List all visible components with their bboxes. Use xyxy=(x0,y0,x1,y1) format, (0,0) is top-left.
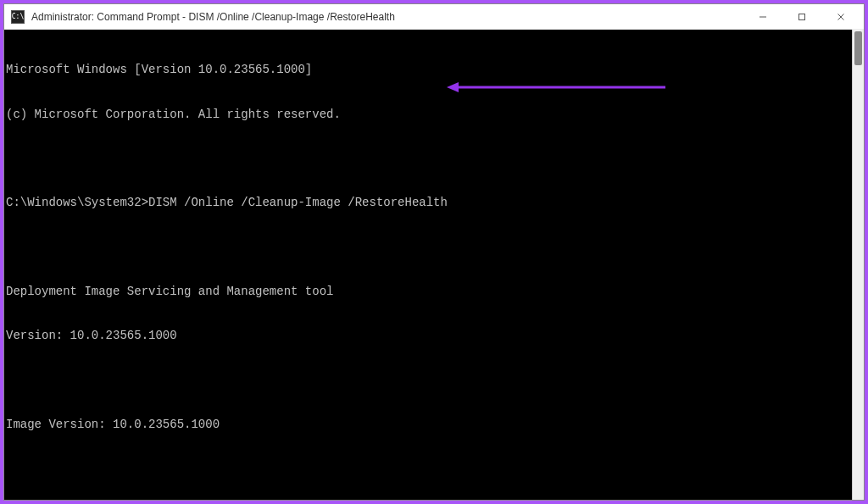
tool-name-line: Deployment Image Servicing and Managemen… xyxy=(6,285,862,300)
blank-line xyxy=(6,152,862,166)
copyright-line: (c) Microsoft Corporation. All rights re… xyxy=(6,108,862,123)
vertical-scrollbar[interactable] xyxy=(852,30,864,500)
command-text: DISM /Online /Cleanup-Image /RestoreHeal… xyxy=(148,196,448,209)
blank-line xyxy=(6,241,862,255)
minimize-button[interactable] xyxy=(743,4,782,29)
blank-line xyxy=(6,374,862,388)
svg-rect-1 xyxy=(799,14,805,19)
cmd-icon: C:\ xyxy=(11,10,25,24)
window-controls xyxy=(743,4,860,29)
prompt-text: C:\Windows\System32> xyxy=(6,196,148,209)
titlebar[interactable]: C:\ Administrator: Command Prompt - DISM… xyxy=(4,4,864,30)
close-button[interactable] xyxy=(821,4,860,29)
terminal-output[interactable]: Microsoft Windows [Version 10.0.23565.10… xyxy=(4,30,864,500)
close-icon xyxy=(837,13,845,21)
image-version-line: Image Version: 10.0.23565.1000 xyxy=(6,418,862,433)
tool-version-line: Version: 10.0.23565.1000 xyxy=(6,329,862,344)
blank-line xyxy=(6,462,862,476)
maximize-button[interactable] xyxy=(782,4,821,29)
command-line: C:\Windows\System32>DISM /Online /Cleanu… xyxy=(6,196,862,211)
maximize-icon xyxy=(798,13,806,21)
scrollbar-thumb[interactable] xyxy=(854,31,862,65)
minimize-icon xyxy=(759,13,767,21)
window-title: Administrator: Command Prompt - DISM /On… xyxy=(31,11,743,23)
command-prompt-window: C:\ Administrator: Command Prompt - DISM… xyxy=(3,3,865,501)
version-line: Microsoft Windows [Version 10.0.23565.10… xyxy=(6,63,862,78)
